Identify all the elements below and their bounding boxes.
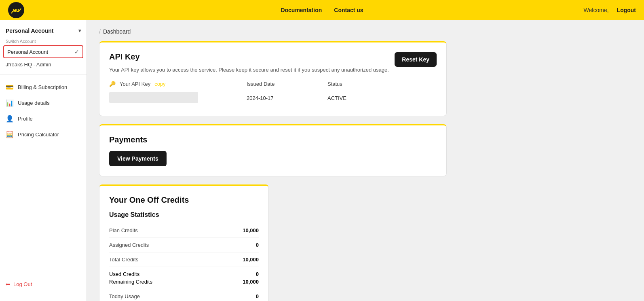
pricing-icon: 🧮 bbox=[6, 131, 14, 138]
usage-icon: 📊 bbox=[6, 99, 14, 107]
usage-stats-title: Usage Statistics bbox=[109, 211, 259, 218]
stat-total-credits: Total Credits 10,000 bbox=[109, 252, 259, 267]
status-header: Status bbox=[327, 79, 437, 90]
account-switcher-label: Personal Account bbox=[6, 28, 54, 34]
sidebar-bottom: ⬅ Log Out bbox=[0, 276, 87, 293]
selected-account-label: Personal Account bbox=[7, 49, 48, 55]
payments-card-title: Payments bbox=[109, 135, 437, 144]
selected-account-option[interactable]: Personal Account ✓ bbox=[3, 45, 83, 58]
api-key-description: Your API key allows you to access the se… bbox=[109, 67, 437, 73]
profile-icon: 👤 bbox=[6, 115, 14, 123]
api-key-masked-field bbox=[109, 92, 198, 103]
credits-card-title: Your One Off Credits bbox=[109, 195, 259, 205]
account-switcher: Personal Account ▾ bbox=[0, 20, 87, 36]
stat-used-remaining: Used Credits Remaining Credits 0 10,000 bbox=[109, 267, 259, 289]
api-key-card-title: API Key bbox=[109, 52, 437, 61]
chevron-down-icon: ▾ bbox=[78, 28, 81, 34]
api-key-card: Reset Key API Key Your API key allows yo… bbox=[99, 41, 447, 116]
key-icon: 🔑 bbox=[109, 81, 116, 87]
nav-contact[interactable]: Contact us bbox=[334, 7, 363, 13]
copy-key-link[interactable]: copy bbox=[154, 81, 165, 87]
nav-documentation[interactable]: Documentation bbox=[281, 7, 322, 13]
sidebar-logout-label: Log Out bbox=[13, 281, 32, 287]
logo: API bbox=[8, 2, 24, 18]
account-option-jfreaks[interactable]: Jfreaks HQ - Admin bbox=[0, 58, 87, 71]
api-key-col-header: Your API Key bbox=[120, 81, 150, 87]
sidebar-usage-label: Usage details bbox=[18, 100, 50, 106]
logo-icon: API bbox=[8, 2, 24, 18]
sidebar-item-profile[interactable]: 👤 Profile bbox=[0, 111, 87, 127]
credits-card: Your One Off Credits Usage Statistics Pl… bbox=[99, 184, 269, 301]
account-switcher-button[interactable]: Personal Account ▾ bbox=[6, 26, 81, 36]
stat-assigned-credits: Assigned Credits 0 bbox=[109, 238, 259, 252]
payments-card: Payments View Payments bbox=[99, 124, 447, 176]
api-key-row: 2024-10-17 ACTIVE bbox=[109, 90, 437, 106]
issued-date-value: 2024-10-17 bbox=[247, 90, 327, 106]
status-value: ACTIVE bbox=[327, 90, 437, 106]
billing-icon: 💳 bbox=[6, 83, 14, 91]
sidebar-item-billing[interactable]: 💳 Billing & Subscription bbox=[0, 79, 87, 95]
view-payments-button[interactable]: View Payments bbox=[109, 151, 167, 166]
sidebar-logout-button[interactable]: ⬅ Log Out bbox=[6, 281, 32, 287]
sidebar-billing-label: Billing & Subscription bbox=[18, 84, 67, 90]
main-content: / Dashboard Reset Key API Key Your API k… bbox=[87, 20, 644, 301]
header-right: Welcome, Logout bbox=[584, 7, 636, 13]
sidebar-divider bbox=[0, 74, 87, 74]
sidebar: Personal Account ▾ Switch Account Person… bbox=[0, 20, 87, 301]
logout-header-button[interactable]: Logout bbox=[617, 7, 636, 13]
stat-plan-credits: Plan Credits 10,000 bbox=[109, 223, 259, 238]
app-layout: Personal Account ▾ Switch Account Person… bbox=[0, 20, 644, 301]
breadcrumb-separator: / bbox=[99, 28, 101, 35]
sidebar-item-pricing[interactable]: 🧮 Pricing Calculator bbox=[0, 127, 87, 142]
header-nav: Documentation Contact us bbox=[281, 7, 363, 13]
checkmark-icon: ✓ bbox=[74, 49, 79, 55]
header: API Documentation Contact us Welcome, Lo… bbox=[0, 0, 644, 20]
sidebar-profile-label: Profile bbox=[18, 116, 33, 122]
logout-icon: ⬅ bbox=[6, 281, 10, 287]
api-key-table: 🔑 Your API Key copy Issued Date Status bbox=[109, 79, 437, 106]
breadcrumb-dashboard: Dashboard bbox=[103, 28, 131, 35]
switch-account-label: Switch Account bbox=[0, 36, 87, 45]
sidebar-pricing-label: Pricing Calculator bbox=[18, 131, 59, 138]
reset-key-button[interactable]: Reset Key bbox=[395, 52, 437, 67]
stat-today-usage: Today Usage 0 bbox=[109, 289, 259, 301]
breadcrumb: / Dashboard bbox=[99, 28, 632, 35]
sidebar-item-usage[interactable]: 📊 Usage details bbox=[0, 95, 87, 111]
sidebar-navigation: 💳 Billing & Subscription 📊 Usage details… bbox=[0, 78, 87, 144]
welcome-text: Welcome, bbox=[584, 7, 609, 13]
issued-date-header: Issued Date bbox=[247, 79, 327, 90]
